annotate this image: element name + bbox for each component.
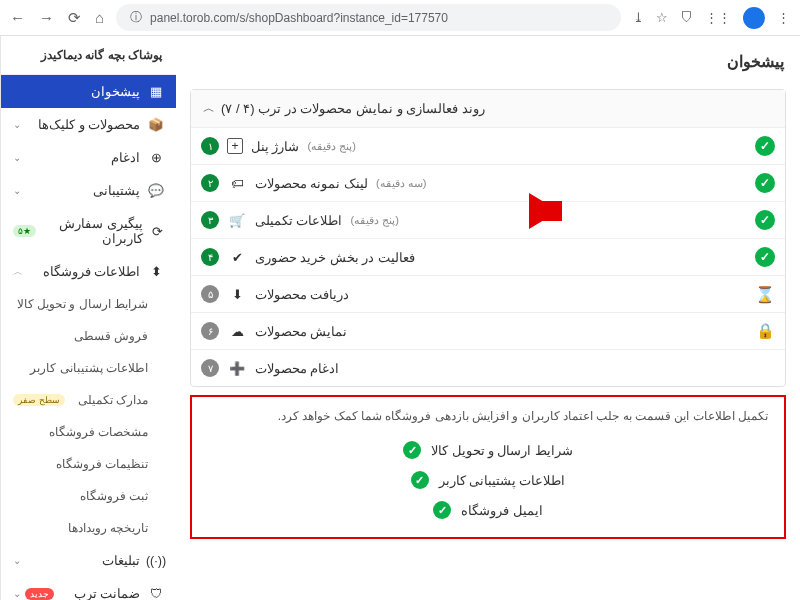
step-number: ۴ <box>201 248 219 266</box>
step-row[interactable]: 🔒 نمایش محصولات ☁ ۶ <box>191 313 785 350</box>
avatar[interactable] <box>743 7 765 29</box>
step-number: ۶ <box>201 322 219 340</box>
sidebar-item-label: پشتیبانی <box>93 183 140 198</box>
extensions-icon[interactable]: ⋮⋮ <box>705 10 731 25</box>
home-icon[interactable]: ⌂ <box>95 9 104 27</box>
sidebar-item-label: ادغام <box>111 150 140 165</box>
box-icon: 📦 <box>148 117 164 132</box>
broadcast-icon: ((·)) <box>148 554 164 568</box>
chevron-down-icon: ⌄ <box>13 588 21 599</box>
sidebar-item-label: مدارک تکمیلی <box>78 393 148 407</box>
step-time: (سه دقیقه) <box>376 177 426 190</box>
sidebar-item-label: شرایط ارسال و تحویل کالا <box>17 297 148 311</box>
level-badge: سطح صفر <box>13 394 65 406</box>
plus-icon: + <box>227 138 243 154</box>
sidebar-item-documents[interactable]: مدارک تکمیلی سطح صفر <box>1 384 176 416</box>
tag-icon: 🏷 <box>227 173 247 193</box>
step-label: دریافت محصولات <box>255 287 349 302</box>
sidebar-item-shop-details[interactable]: مشخصات فروشگاه <box>1 416 176 448</box>
star-icon[interactable]: ☆ <box>656 10 668 25</box>
info-item: شرایط ارسال و تحویل کالا ✓ <box>208 435 768 465</box>
sidebar-item-label: مشخصات فروشگاه <box>49 425 148 439</box>
plus-icon: ➕ <box>227 358 247 378</box>
sidebar-item-guarantee[interactable]: 🛡ضمانت ترب جدید ⌄ <box>1 577 176 600</box>
step-label: اطلاعات تکمیلی <box>255 213 342 228</box>
step-row[interactable]: ✓ (پنج دقیقه) شارژ پنل + ۱ <box>191 128 785 165</box>
sidebar-item-label: اطلاعات فروشگاه <box>43 264 140 279</box>
sidebar-item-label: اطلاعات پشتیبانی کاربر <box>30 361 148 375</box>
sidebar-item-label: تنظیمات فروشگاه <box>56 457 148 471</box>
chevron-down-icon: ⌄ <box>13 119 21 130</box>
shield-icon[interactable]: ⛉ <box>680 10 693 25</box>
shop-name: پوشاک بچه گانه دیماکیدز <box>1 36 176 75</box>
main-content: پیشخوان روند فعالسازی و نمایش محصولات در… <box>176 36 800 600</box>
info-icon: ⬍ <box>148 264 164 279</box>
sidebar-item-label: پیگیری سفارش کاربران <box>36 216 143 246</box>
step-row[interactable]: ادغام محصولات ➕ ۷ <box>191 350 785 386</box>
install-icon[interactable]: ⤓ <box>633 10 644 25</box>
sidebar-item-support[interactable]: 💬پشتیبانی ⌄ <box>1 174 176 207</box>
chevron-down-icon: ⌄ <box>13 185 21 196</box>
step-label: نمایش محصولات <box>255 324 347 339</box>
activation-accordion: روند فعالسازی و نمایش محصولات در ترب (۴ … <box>190 89 786 387</box>
step-number: ۳ <box>201 211 219 229</box>
sidebar-item-shop-settings[interactable]: تنظیمات فروشگاه <box>1 448 176 480</box>
step-row[interactable]: ✓ (پنج دقیقه) اطلاعات تکمیلی 🛒 ۳ <box>191 202 785 239</box>
site-info-icon[interactable]: ⓘ <box>130 9 142 26</box>
sidebar-item-label: محصولات و کلیک‌ها <box>38 117 140 132</box>
check-icon: ✓ <box>411 471 429 489</box>
sidebar-item-ads[interactable]: ((·))تبلیغات ⌄ <box>1 544 176 577</box>
step-row[interactable]: ✓ فعالیت در بخش خرید حضوری ✔ ۴ <box>191 239 785 276</box>
sidebar-item-label: ثبت فروشگاه <box>80 489 148 503</box>
step-label: ادغام محصولات <box>255 361 339 376</box>
sidebar-item-label: تبلیغات <box>102 553 140 568</box>
info-item: اطلاعات پشتیبانی کاربر ✓ <box>208 465 768 495</box>
check-icon: ✓ <box>755 136 775 156</box>
accordion-header[interactable]: روند فعالسازی و نمایش محصولات در ترب (۴ … <box>191 90 785 128</box>
sidebar-item-label: تاریخچه رویدادها <box>68 521 148 535</box>
sidebar-item-label: ضمانت ترب <box>74 586 140 600</box>
step-row[interactable]: ✓ (سه دقیقه) لینک نمونه محصولات 🏷 ۲ <box>191 165 785 202</box>
sidebar: پوشاک بچه گانه دیماکیدز ▦پیشخوان 📦محصولا… <box>0 36 176 600</box>
step-label: شارژ پنل <box>251 139 299 154</box>
back-icon[interactable]: ← <box>10 9 25 27</box>
step-label: لینک نمونه محصولات <box>255 176 368 191</box>
sidebar-item-shop-info[interactable]: ⬍اطلاعات فروشگاه ︿ <box>1 255 176 288</box>
chat-icon: 💬 <box>148 183 164 198</box>
step-time: (پنج دقیقه) <box>350 214 398 227</box>
menu-icon[interactable]: ⋮ <box>777 10 790 25</box>
url-bar[interactable]: ⓘ panel.torob.com/s/shopDashboard?instan… <box>116 4 621 31</box>
chevron-up-icon: ︿ <box>203 100 215 117</box>
download-icon: ⬇ <box>227 284 247 304</box>
sidebar-item-orders[interactable]: ⟳پیگیری سفارش کاربران ★۵ <box>1 207 176 255</box>
info-text: تکمیل اطلاعات این قسمت به جلب اعتماد کار… <box>208 409 768 423</box>
info-item: ایمیل فروشگاه ✓ <box>208 495 768 525</box>
sidebar-item-history[interactable]: تاریخچه رویدادها <box>1 512 176 544</box>
check-icon: ✓ <box>755 210 775 230</box>
new-badge: جدید <box>25 588 54 600</box>
page-title: پیشخوان <box>190 46 786 85</box>
forward-icon[interactable]: → <box>39 9 54 27</box>
hourglass-icon: ⌛ <box>755 284 775 304</box>
sidebar-item-support-info[interactable]: اطلاعات پشتیبانی کاربر <box>1 352 176 384</box>
sidebar-item-shipping[interactable]: شرایط ارسال و تحویل کالا <box>1 288 176 320</box>
check-mark-icon: ✔ <box>227 247 247 267</box>
check-icon: ✓ <box>433 501 451 519</box>
chevron-down-icon: ⌄ <box>13 555 21 566</box>
merge-icon: ⊕ <box>148 150 164 165</box>
browser-toolbar: ← → ⟳ ⌂ ⓘ panel.torob.com/s/shopDashboar… <box>0 0 800 36</box>
step-time: (پنج دقیقه) <box>307 140 355 153</box>
sidebar-item-label: فروش قسطی <box>74 329 148 343</box>
reload-icon[interactable]: ⟳ <box>68 9 81 27</box>
sidebar-item-installment[interactable]: فروش قسطی <box>1 320 176 352</box>
sidebar-item-products[interactable]: 📦محصولات و کلیک‌ها ⌄ <box>1 108 176 141</box>
sidebar-item-register[interactable]: ثبت فروشگاه <box>1 480 176 512</box>
step-number: ۲ <box>201 174 219 192</box>
shield-icon: 🛡 <box>148 587 164 601</box>
accordion-title: روند فعالسازی و نمایش محصولات در ترب (۴ … <box>221 101 485 116</box>
step-row[interactable]: ⌛ دریافت محصولات ⬇ ۵ <box>191 276 785 313</box>
sidebar-item-dashboard[interactable]: ▦پیشخوان <box>1 75 176 108</box>
step-number: ۵ <box>201 285 219 303</box>
sidebar-item-merge[interactable]: ⊕ادغام ⌄ <box>1 141 176 174</box>
cloud-icon: ☁ <box>227 321 247 341</box>
